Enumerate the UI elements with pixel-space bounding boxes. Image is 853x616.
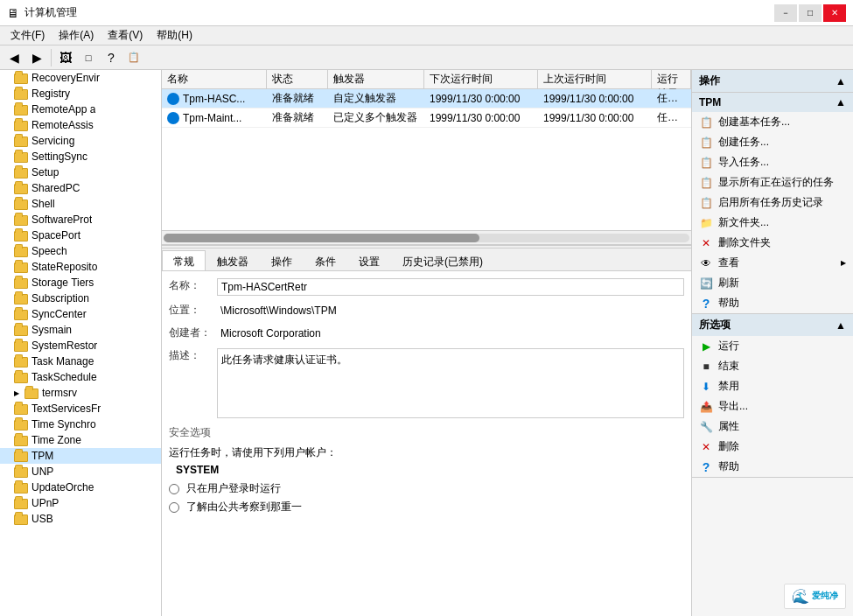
- folder-icon: [14, 434, 28, 446]
- create-task-action[interactable]: 📋 创建任务...: [692, 132, 853, 152]
- col-header-lastrun[interactable]: 上次运行时间: [538, 70, 652, 88]
- radio-loginonly-row[interactable]: 只在用户登录时运行: [169, 481, 684, 496]
- tab-general[interactable]: 常规: [162, 250, 206, 270]
- sidebar-item-unp[interactable]: UNP: [0, 464, 161, 480]
- task-list-body: Tpm-HASC... 准备就绪 自定义触发器 1999/11/30 0:00:…: [162, 89, 691, 230]
- sidebar-item-settingsync[interactable]: SettingSync: [0, 149, 161, 164]
- view-button[interactable]: □: [78, 48, 99, 67]
- minimize-button[interactable]: －: [774, 4, 797, 22]
- sidebar-item-upnp[interactable]: UPnP: [0, 495, 161, 511]
- sidebar-item-taskscheduler[interactable]: TaskSchedule: [0, 369, 161, 385]
- export-action[interactable]: 📤 导出...: [692, 396, 853, 416]
- title-bar-controls: － □ ✕: [774, 4, 846, 22]
- sidebar-item-termsrv[interactable]: ▶ termsrv: [0, 385, 161, 401]
- new-folder-label: 新文件夹...: [718, 215, 769, 230]
- sidebar-item-usb[interactable]: USB: [0, 511, 161, 527]
- sidebar-item-storagetiers[interactable]: Storage Tiers: [0, 275, 161, 290]
- detail-name-value[interactable]: [217, 278, 684, 296]
- col-header-trigger[interactable]: 触发器: [328, 70, 424, 88]
- maximize-button[interactable]: □: [799, 4, 822, 22]
- sidebar-item-taskmanager[interactable]: Task Manage: [0, 354, 161, 369]
- menu-view[interactable]: 查看(V): [101, 26, 150, 45]
- forward-button[interactable]: ▶: [26, 48, 47, 67]
- menu-file[interactable]: 文件(F): [3, 26, 52, 45]
- col-header-name[interactable]: 名称: [162, 70, 267, 88]
- view-action[interactable]: 👁 查看 ▶: [692, 253, 853, 273]
- view-label: 查看: [718, 256, 739, 270]
- help-selected-action[interactable]: ? 帮助: [692, 457, 853, 477]
- menu-help[interactable]: 帮助(H): [150, 26, 199, 45]
- radio-other[interactable]: [169, 502, 179, 513]
- radio-loginonly[interactable]: [169, 484, 179, 494]
- sidebar-item-timezone[interactable]: Time Zone: [0, 432, 161, 448]
- run-action[interactable]: ▶ 运行: [692, 336, 853, 356]
- tab-actions[interactable]: 操作: [260, 250, 304, 270]
- sidebar-item-speech[interactable]: Speech: [0, 243, 161, 259]
- sidebar-item-timesync[interactable]: Time Synchro: [0, 416, 161, 432]
- tab-settings[interactable]: 设置: [347, 250, 391, 270]
- refresh-action[interactable]: 🔄 刷新: [692, 273, 853, 293]
- sidebar-item-sysmain[interactable]: Sysmain: [0, 322, 161, 338]
- properties-action[interactable]: 🔧 属性: [692, 416, 853, 437]
- scrollbar-track[interactable]: [164, 234, 689, 242]
- sidebar-item-systemrestore[interactable]: SystemRestor: [0, 338, 161, 354]
- help-toolbar-button[interactable]: ?: [101, 48, 122, 67]
- delete-action[interactable]: ✕ 删除: [692, 437, 853, 457]
- col-header-status[interactable]: 状态: [267, 70, 328, 88]
- sidebar-item-label: Subscription: [31, 292, 89, 304]
- sidebar-item-textservices[interactable]: TextServicesFr: [0, 401, 161, 416]
- help-tpm-action[interactable]: ? 帮助: [692, 293, 853, 313]
- sidebar-item-remoteassist[interactable]: RemoteAssis: [0, 117, 161, 133]
- right-section-operations: 操作 ▲: [692, 70, 853, 93]
- tab-conditions[interactable]: 条件: [304, 250, 347, 270]
- sidebar-item-updateorchestrator[interactable]: UpdateOrche: [0, 480, 161, 495]
- sidebar-item-shell[interactable]: Shell: [0, 196, 161, 212]
- show-running-action[interactable]: 📋 显示所有正在运行的任务: [692, 172, 853, 192]
- title-bar: 🖥 计算机管理 － □ ✕: [0, 0, 853, 26]
- create-task-icon: 📋: [699, 136, 713, 150]
- description-box[interactable]: 此任务请求健康认证证书。: [217, 348, 684, 418]
- disable-label: 禁用: [718, 379, 739, 394]
- sidebar-item-subscription[interactable]: Subscription: [0, 290, 161, 306]
- enable-history-action[interactable]: 📋 启用所有任务历史记录: [692, 192, 853, 213]
- col-header-nextrun[interactable]: 下次运行时间: [424, 70, 538, 88]
- export-toolbar-button[interactable]: 📋: [123, 48, 144, 67]
- close-button[interactable]: ✕: [823, 4, 846, 22]
- task-lastresult: 任务尚未运行。(0x: [652, 89, 691, 108]
- tab-triggers[interactable]: 触发器: [206, 250, 260, 270]
- folder-icon: [14, 72, 28, 84]
- col-header-lastresult[interactable]: 上次运行结果: [652, 70, 691, 88]
- scrollbar-thumb[interactable]: [164, 234, 479, 242]
- sidebar-item-softwareprot[interactable]: SoftwareProt: [0, 212, 161, 228]
- collapse-tpm-icon: ▲: [836, 96, 846, 108]
- sidebar-item-tpm[interactable]: TPM: [0, 448, 161, 464]
- delete-folder-action[interactable]: ✕ 删除文件夹: [692, 233, 853, 253]
- menu-action[interactable]: 操作(A): [52, 26, 101, 45]
- name-input[interactable]: [217, 278, 684, 296]
- new-folder-action[interactable]: 📁 新文件夹...: [692, 213, 853, 233]
- sidebar-item-spaceport[interactable]: SpacePort: [0, 228, 161, 243]
- create-basic-task-action[interactable]: 📋 创建基本任务...: [692, 112, 853, 132]
- task-list-header: 名称 状态 触发器 下次运行时间 上次运行时间 上次运行结果: [162, 70, 691, 89]
- sidebar-item-remoteapp[interactable]: RemoteApp a: [0, 102, 161, 117]
- horizontal-scrollbar[interactable]: [162, 230, 691, 244]
- sidebar-item-label: TextServicesFr: [31, 402, 101, 415]
- show-hide-button[interactable]: 🖼: [55, 48, 76, 67]
- right-panel: 操作 ▲ TPM ▲ 📋 创建基本任务... 📋 创建任务... 📋 导入任务.…: [691, 70, 853, 616]
- disable-action[interactable]: ⬇ 禁用: [692, 376, 853, 396]
- sidebar-item-synccenter[interactable]: SyncCenter: [0, 306, 161, 322]
- back-button[interactable]: ◀: [3, 48, 24, 67]
- stop-action[interactable]: ■ 结束: [692, 356, 853, 376]
- tab-history[interactable]: 历史记录(已禁用): [391, 250, 494, 270]
- sidebar-item-servicing[interactable]: Servicing: [0, 133, 161, 149]
- table-row[interactable]: Tpm-Maint... 准备就绪 已定义多个触发器 1999/11/30 0:…: [162, 108, 691, 128]
- sidebar-item-label: RecoveryEnvir: [31, 72, 100, 84]
- table-row[interactable]: Tpm-HASC... 准备就绪 自定义触发器 1999/11/30 0:00:…: [162, 89, 691, 108]
- sidebar-item-setup[interactable]: Setup: [0, 164, 161, 180]
- sidebar-item-staterepository[interactable]: StateReposito: [0, 259, 161, 275]
- import-task-action[interactable]: 📋 导入任务...: [692, 152, 853, 172]
- sidebar-item-recoveryenvir[interactable]: RecoveryEnvir: [0, 70, 161, 86]
- sidebar-item-registry[interactable]: Registry: [0, 86, 161, 102]
- sidebar-item-sharedpc[interactable]: SharedPC: [0, 180, 161, 196]
- radio-other-row[interactable]: 了解由公共考察到那重一: [169, 500, 684, 514]
